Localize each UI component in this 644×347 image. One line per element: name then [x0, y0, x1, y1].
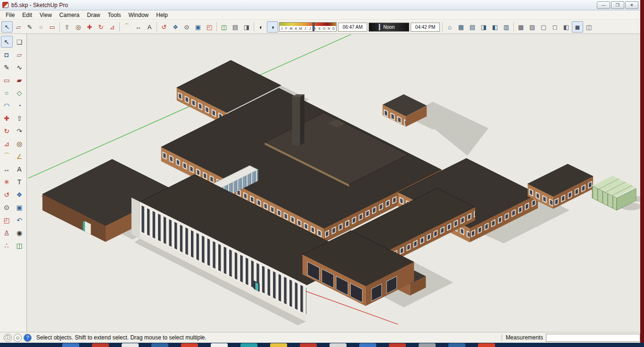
scale-tool[interactable]: ⊿ [1, 138, 13, 149]
zoom-window-tool[interactable]: ▣ [192, 21, 204, 33]
view-front[interactable]: ▤ [467, 21, 478, 33]
chimney[interactable] [292, 94, 305, 145]
section-plane-tool[interactable]: ◫ [218, 21, 230, 33]
taskbar-app-9[interactable] [300, 343, 317, 347]
zoom-extents-tool[interactable]: ◰ [204, 21, 215, 33]
view-back[interactable]: ◧ [489, 21, 501, 33]
view-right[interactable]: ◨ [478, 21, 489, 33]
month-september[interactable]: S [317, 26, 322, 32]
dimensions-tool[interactable]: ↔ [1, 163, 13, 175]
taskbar-app-10[interactable] [330, 343, 347, 347]
select-tool[interactable]: ↖ [1, 36, 13, 48]
shadow-settings-icon[interactable]: ◐ [256, 21, 267, 33]
model-viewport[interactable] [27, 34, 644, 332]
shadows-toggle[interactable]: ◑ [267, 21, 278, 33]
month-february[interactable]: F [284, 26, 289, 32]
offset-tool[interactable]: ◎ [14, 138, 25, 149]
rectangle-tool[interactable]: ▭ [1, 74, 13, 86]
freehand-tool[interactable]: ∿ [14, 61, 25, 73]
month-june[interactable]: J [303, 26, 308, 32]
rotate-tool[interactable]: ↻ [95, 21, 107, 33]
time-slider-thumb[interactable] [379, 24, 380, 31]
taskbar-app-1[interactable] [62, 343, 79, 347]
menu-view[interactable]: View [36, 11, 56, 19]
line-tool[interactable]: ✎ [1, 61, 13, 73]
text-tool[interactable]: A [144, 21, 155, 33]
make-component-tool[interactable]: ❏ [14, 36, 25, 48]
dimensions-tool[interactable]: ↔ [132, 21, 144, 33]
month-october[interactable]: O [322, 26, 327, 32]
offset-tool[interactable]: ◎ [73, 21, 84, 33]
model-info-icon[interactable]: ⓘ [4, 334, 12, 342]
menu-file[interactable]: File [2, 11, 18, 19]
scale-tool[interactable]: ⊿ [107, 21, 118, 33]
taskbar-app-12[interactable] [389, 343, 406, 347]
taskbar-app-3[interactable] [122, 343, 139, 347]
view-iso[interactable]: ⌂ [444, 21, 455, 33]
style-wireframe[interactable]: ▢ [538, 21, 549, 33]
month-may[interactable]: M [298, 26, 303, 32]
push-pull-tool[interactable]: ⇧ [14, 112, 25, 124]
month-december[interactable]: D [331, 26, 336, 32]
style-shaded[interactable]: ◧ [561, 21, 572, 33]
zoom-previous-tool[interactable]: ↶ [14, 214, 25, 226]
shadow-time-slider[interactable]: Noon [369, 23, 409, 32]
rectangle-tool[interactable]: ▭ [47, 21, 58, 33]
zoom-extents-tool[interactable]: ◰ [1, 214, 13, 226]
minimize-button[interactable]: — [597, 1, 610, 9]
month-april[interactable]: A [294, 26, 298, 32]
axes-tool[interactable]: ✳ [1, 176, 13, 188]
arc-tool[interactable]: ◠ [1, 99, 13, 111]
taskbar-app-2[interactable] [92, 343, 109, 347]
menu-edit[interactable]: Edit [18, 11, 36, 19]
menu-draw[interactable]: Draw [83, 11, 104, 19]
look-around-tool[interactable]: ◉ [14, 227, 25, 239]
month-july[interactable]: J [308, 26, 313, 32]
style-shaded-textures[interactable]: ◼ [572, 21, 583, 33]
move-tool[interactable]: ✚ [84, 21, 95, 33]
menu-tools[interactable]: Tools [104, 11, 125, 19]
walk-tool[interactable]: ∴ [1, 240, 13, 251]
zoom-window-tool[interactable]: ▣ [14, 201, 25, 213]
close-button[interactable]: ✕ [625, 1, 638, 9]
section-plane-tool[interactable]: ◫ [14, 240, 25, 251]
pan-tool[interactable]: ❖ [170, 21, 181, 33]
view-left[interactable]: ▥ [501, 21, 512, 33]
line-tool[interactable]: ✎ [24, 21, 35, 33]
select-tool[interactable]: ↖ [1, 21, 13, 33]
menu-help[interactable]: Help [152, 11, 172, 19]
style-monochrome[interactable]: ◫ [583, 21, 594, 33]
month-january[interactable]: J [280, 26, 284, 32]
orbit-tool[interactable]: ↺ [158, 21, 170, 33]
rotate-tool[interactable]: ↻ [1, 125, 13, 137]
display-section-cuts-toggle[interactable]: ◨ [241, 21, 252, 33]
style-hidden-line[interactable]: ◻ [549, 21, 561, 33]
shadow-date-slider[interactable]: JFMAMJJASOND [279, 22, 337, 32]
taskbar-app-4[interactable] [151, 343, 168, 347]
style-back-edges[interactable]: ▨ [527, 21, 538, 33]
taskbar-app-5[interactable] [181, 343, 198, 347]
move-tool[interactable]: ✚ [1, 112, 13, 124]
paint-bucket-tool[interactable]: ◘ [1, 49, 13, 60]
taskbar-app-6[interactable] [211, 343, 228, 347]
circle-tool[interactable]: ○ [1, 87, 13, 99]
month-november[interactable]: N [327, 26, 331, 32]
view-top[interactable]: ▦ [455, 21, 467, 33]
style-xray[interactable]: ▩ [515, 21, 527, 33]
display-section-planes-toggle[interactable]: ▤ [230, 21, 241, 33]
maximize-button[interactable]: ❐ [611, 1, 624, 9]
zoom-tool[interactable]: ⊙ [1, 201, 13, 213]
rotated-rectangle-tool[interactable]: ▰ [14, 74, 25, 86]
taskbar-app-14[interactable] [448, 343, 465, 347]
taskbar-app-15[interactable] [478, 343, 495, 347]
push-pull-tool[interactable]: ⇧ [61, 21, 73, 33]
text-tool[interactable]: A [14, 163, 25, 175]
menu-camera[interactable]: Camera [56, 11, 83, 19]
date-slider-thumb[interactable] [313, 23, 314, 31]
menu-window[interactable]: Window [125, 11, 153, 19]
measurements-input[interactable] [546, 334, 640, 342]
follow-me-tool[interactable]: ↷ [14, 125, 25, 137]
polygon-tool[interactable]: ◇ [14, 87, 25, 99]
zoom-tool[interactable]: ⊙ [181, 21, 192, 33]
position-camera-tool[interactable]: ♙ [1, 227, 13, 239]
